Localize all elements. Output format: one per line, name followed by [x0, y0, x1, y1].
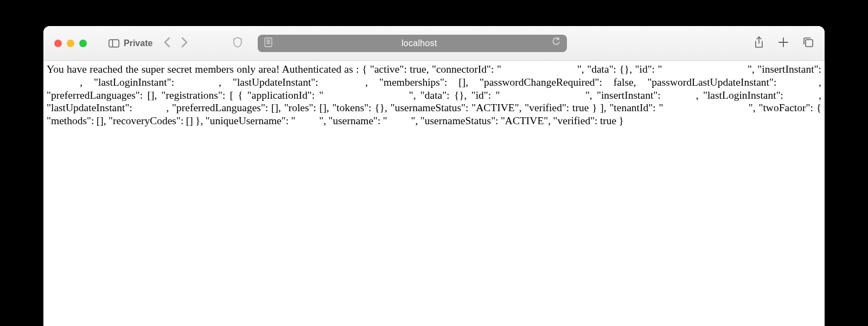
nav-arrows — [163, 36, 188, 50]
close-window-button[interactable] — [54, 40, 62, 47]
redacted-value — [323, 89, 409, 102]
redacted-value — [387, 114, 411, 127]
tabs-icon — [803, 37, 814, 48]
reload-button[interactable] — [552, 37, 560, 49]
svg-rect-0 — [109, 40, 119, 47]
minimize-window-button[interactable] — [67, 40, 74, 47]
address-text: localhost — [278, 39, 560, 48]
plus-icon — [778, 37, 789, 48]
redacted-value — [500, 89, 585, 102]
redacted-value — [47, 76, 80, 89]
redacted-value — [788, 76, 819, 89]
share-icon — [754, 36, 764, 48]
forward-button[interactable] — [181, 36, 188, 50]
page-content: You have reached the super secret member… — [43, 61, 825, 326]
chevron-left-icon — [163, 36, 171, 48]
sidebar-toggle[interactable]: Private — [108, 39, 152, 48]
reader-mode-button[interactable] — [264, 37, 272, 49]
browser-window: Private — [43, 26, 825, 326]
redacted-value — [136, 101, 167, 114]
share-button[interactable] — [754, 36, 764, 50]
address-bar[interactable]: localhost — [258, 35, 567, 52]
redacted-value — [330, 76, 366, 89]
content-text: You have reached the super secret member… — [47, 63, 821, 127]
svg-rect-2 — [265, 38, 272, 47]
reader-icon — [264, 37, 272, 47]
toolbar: Private — [43, 26, 825, 61]
back-button[interactable] — [163, 36, 171, 50]
redacted-value — [662, 63, 748, 76]
private-label: Private — [124, 39, 152, 48]
redacted-value — [665, 89, 696, 102]
redacted-value — [788, 89, 819, 102]
maximize-window-button[interactable] — [79, 40, 87, 47]
right-toolbar-icons — [754, 36, 814, 50]
window-controls — [54, 40, 87, 47]
redacted-value — [501, 63, 577, 76]
new-tab-button[interactable] — [778, 37, 789, 50]
privacy-shield-button[interactable] — [233, 37, 242, 50]
svg-rect-8 — [806, 40, 813, 47]
tabs-overview-button[interactable] — [803, 37, 814, 50]
sidebar-icon — [108, 39, 119, 48]
chevron-right-icon — [181, 36, 188, 48]
redacted-value — [186, 76, 219, 89]
reload-icon — [552, 37, 560, 47]
redacted-value — [295, 114, 319, 127]
redacted-value — [663, 101, 749, 114]
shield-icon — [233, 37, 242, 48]
